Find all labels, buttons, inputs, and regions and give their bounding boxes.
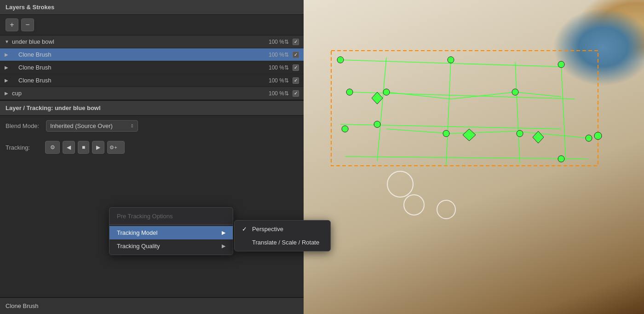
svg-point-23	[443, 130, 449, 137]
layer-opacity: 100 %⇅	[269, 52, 289, 58]
tracking-overlay	[304, 0, 644, 314]
layers-toolbar: + −	[0, 15, 304, 35]
layer-name: Clone Brush	[18, 77, 269, 84]
gear-plus-icon: ⚙+	[109, 145, 117, 151]
svg-rect-0	[331, 51, 598, 166]
check-icon-empty: ✓	[242, 239, 248, 246]
menu-item-pre-tracking: Pre Tracking Options	[109, 209, 233, 223]
dropdown-overlay: Pre Tracking Options Tracking Model ▶ Tr…	[109, 207, 331, 255]
layer-expand-icon: ▶	[5, 65, 10, 70]
svg-point-27	[594, 132, 602, 140]
svg-point-26	[586, 135, 592, 141]
list-item[interactable]: ▶ Clone Brush 100 %⇅ ✓	[0, 61, 304, 74]
tracking-model-submenu: ✓ Perspective ✓ Translate / Scale / Rota…	[234, 220, 331, 251]
tracking-gear-plus-button[interactable]: ⚙+	[107, 141, 125, 154]
svg-line-13	[451, 131, 515, 134]
svg-point-32	[404, 195, 424, 215]
layer-opacity: 100 %⇅	[269, 90, 289, 97]
layer-opacity: 100 %⇅	[269, 39, 289, 45]
layer-opacity: 100 %⇅	[269, 64, 289, 71]
group-expand-icon: ▼	[5, 39, 10, 44]
track-forward-button[interactable]: ▶	[92, 141, 104, 154]
tracking-gear-button[interactable]: ⚙	[45, 141, 60, 154]
group-expand-icon: ▶	[5, 91, 10, 96]
layer-expand-icon: ▶	[5, 52, 10, 57]
svg-point-31	[387, 171, 413, 197]
track-stop-button[interactable]: ■	[78, 141, 89, 154]
svg-line-14	[515, 131, 589, 138]
layer-group-name: cup	[12, 90, 269, 97]
svg-line-12	[386, 129, 451, 134]
layer-group-cup[interactable]: ▶ cup 100 %⇅ ✓	[0, 87, 304, 100]
layer-visibility-checkbox[interactable]: ✓	[293, 90, 299, 97]
canvas-background	[304, 0, 644, 314]
add-layer-button[interactable]: +	[6, 18, 18, 31]
layer-visibility-checkbox[interactable]: ✓	[293, 39, 299, 45]
layers-list: ▼ under blue bowl 100 %⇅ ✓ ▶ Clone Brush…	[0, 35, 304, 100]
svg-point-21	[342, 126, 348, 132]
menu-item-tracking-quality[interactable]: Tracking Quality ▶	[109, 239, 233, 253]
submenu-item-translate-scale-rotate[interactable]: ✓ Translate / Scale / Rotate	[235, 236, 330, 249]
submenu-arrow-icon: ▶	[222, 230, 225, 236]
svg-line-8	[561, 64, 566, 161]
tracking-options-menu: Pre Tracking Options Tracking Model ▶ Tr…	[109, 207, 233, 255]
menu-item-tracking-model[interactable]: Tracking Model ▶	[109, 226, 233, 239]
svg-line-5	[377, 58, 386, 161]
track-forward-icon: ▶	[96, 144, 100, 151]
submenu-item-perspective[interactable]: ✓ Perspective	[235, 222, 330, 236]
select-arrow-icon: ⇕	[130, 123, 134, 128]
layer-name: Clone Brush	[18, 64, 269, 71]
svg-line-7	[515, 62, 520, 163]
track-back-icon: ◀	[67, 144, 71, 151]
layer-visibility-checkbox[interactable]: ✓	[293, 77, 299, 84]
track-stop-icon: ■	[82, 144, 85, 151]
gear-icon: ⚙	[50, 144, 55, 151]
svg-point-22	[374, 121, 380, 128]
layer-opacity: 100 %⇅	[269, 77, 289, 84]
svg-point-33	[437, 200, 455, 219]
canvas-panel	[304, 0, 644, 314]
submenu-arrow-icon: ▶	[222, 243, 225, 249]
svg-line-4	[345, 157, 589, 159]
list-item[interactable]: ▶ Clone Brush 100 %⇅ ✓	[0, 48, 304, 61]
svg-marker-28	[372, 92, 383, 104]
blend-mode-row: Blend Mode: Inherited (Source Over) ⇕	[0, 116, 304, 136]
layer-name: Clone Brush	[18, 51, 269, 58]
svg-point-24	[517, 130, 523, 137]
clone-brush-bottom-label: Clone Brush	[0, 297, 304, 314]
layer-visibility-checkbox[interactable]: ✓	[293, 64, 299, 71]
svg-line-3	[340, 124, 561, 129]
layer-group-name: under blue bowl	[12, 38, 269, 45]
svg-point-18	[346, 89, 353, 95]
svg-point-17	[558, 61, 564, 68]
svg-point-19	[383, 89, 390, 95]
tracking-header: Layer / Tracking: under blue bowl	[0, 101, 304, 116]
check-icon: ✓	[242, 226, 248, 233]
svg-line-6	[446, 60, 451, 166]
svg-point-16	[448, 57, 454, 63]
tracking-buttons-row: Tracking: ⚙ ◀ ■ ▶ ⚙+	[0, 136, 304, 158]
layer-group-under-blue-bowl[interactable]: ▼ under blue bowl 100 %⇅ ✓	[0, 35, 304, 48]
svg-line-11	[515, 92, 561, 97]
svg-point-15	[337, 57, 344, 63]
svg-point-20	[512, 89, 518, 95]
svg-marker-29	[463, 129, 476, 141]
svg-line-9	[386, 92, 451, 99]
layers-strokes-header: Layers & Strokes	[0, 0, 304, 15]
list-item[interactable]: ▶ Clone Brush 100 %⇅ ✓	[0, 74, 304, 87]
layer-visibility-checkbox[interactable]: ✓	[293, 52, 299, 58]
blend-mode-select[interactable]: Inherited (Source Over) ⇕	[46, 120, 138, 132]
left-panel: Layers & Strokes + − ▼ under blue bowl 1…	[0, 0, 304, 314]
svg-point-25	[558, 156, 564, 162]
tracking-section: Layer / Tracking: under blue bowl Blend …	[0, 100, 304, 158]
blend-mode-label: Blend Mode:	[6, 122, 42, 129]
layer-expand-icon: ▶	[5, 78, 10, 83]
menu-divider	[109, 224, 233, 225]
tracking-label: Tracking:	[6, 144, 42, 151]
remove-layer-button[interactable]: −	[21, 18, 34, 31]
track-back-button[interactable]: ◀	[63, 141, 75, 154]
